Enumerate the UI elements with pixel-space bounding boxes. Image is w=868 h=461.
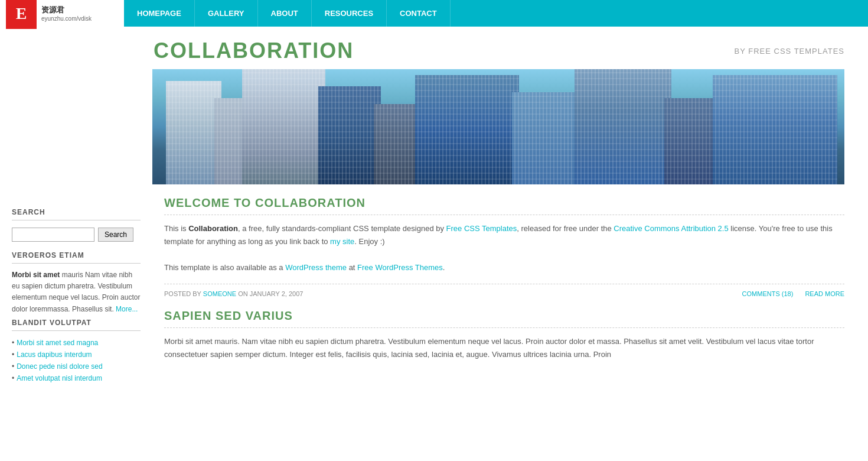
search-section-title: SEARCH — [12, 208, 141, 220]
mysite-link[interactable]: my site — [330, 237, 354, 246]
widget2-link-2[interactable]: Donec pede nisl dolore sed — [17, 362, 102, 371]
post2-paragraph1: Morbi sit amet mauris. Nam vitae nibh eu… — [164, 335, 844, 361]
navbar: E 资源君 eyunzhu.com/vdisk HOMEPAGE GALLERY… — [0, 0, 868, 27]
post1-paragraph2: This template is also available as a Wor… — [164, 261, 844, 274]
post1-footer: POSTED BY SOMEONE ON JANUARY 2, 2007 COM… — [164, 284, 844, 297]
list-item: Lacus dapibus interdum — [12, 349, 141, 361]
widget2-link-0[interactable]: Morbi sit amet sed magna — [17, 339, 98, 347]
free-wp-link[interactable]: Free WordPress Themes — [357, 263, 443, 272]
post-1: WELCOME TO COLLABORATION This is Collabo… — [164, 196, 844, 297]
nav-item-resources[interactable]: RESOURCES — [312, 0, 387, 27]
post1-comments-link[interactable]: COMMENTS (18) — [742, 290, 794, 297]
list-item: Morbi sit amet sed magna — [12, 337, 141, 349]
list-item: Amet volutpat nisl interdum — [12, 372, 141, 384]
main-content: WELCOME TO COLLABORATION This is Collabo… — [152, 196, 844, 384]
search-input[interactable] — [12, 228, 94, 242]
widget1-title: VEROEROS ETIAM — [12, 251, 141, 264]
logo-icon: E — [6, 0, 37, 29]
logo-text: 资源君 eyunzhu.com/vdisk — [41, 5, 92, 22]
post1-body: This is Collaboration, a free, fully sta… — [164, 222, 844, 274]
post2-title: SAPIEN SED VARIUS — [164, 309, 844, 328]
widget1-bold: Morbi sit amet — [12, 271, 60, 279]
nav-item-contact[interactable]: CONTACT — [387, 0, 451, 27]
widget1-text: Morbi sit amet mauris Nam vitae nibh eu … — [12, 270, 141, 315]
free-css-link[interactable]: Free CSS Templates — [446, 224, 517, 233]
nav-links: HOMEPAGE GALLERY ABOUT RESOURCES CONTACT — [124, 0, 451, 27]
list-item: Donec pede nisl dolore sed — [12, 361, 141, 372]
cc-link[interactable]: Creative Commons Attribution 2.5 — [614, 224, 728, 233]
by-line: BY FREE CSS TEMPLATES — [735, 47, 844, 56]
search-form: Search — [12, 228, 141, 242]
search-button[interactable]: Search — [98, 228, 133, 242]
nav-item-homepage[interactable]: HOMEPAGE — [124, 0, 195, 27]
post2-body: Morbi sit amet mauris. Nam vitae nibh eu… — [164, 335, 844, 361]
sidebar: SEARCH Search VEROEROS ETIAM Morbi sit a… — [0, 196, 152, 384]
post1-read-more-link[interactable]: READ MORE — [805, 290, 844, 297]
site-title: COLLABORATION — [154, 38, 354, 63]
widget2-title: BLANDIT VOLUTPAT — [12, 319, 141, 331]
widget2-link-3[interactable]: Amet volutpat nisl interdum — [17, 374, 102, 382]
header: COLLABORATION BY FREE CSS TEMPLATES — [0, 27, 868, 69]
post-2: SAPIEN SED VARIUS Morbi sit amet mauris.… — [164, 309, 844, 361]
post1-author[interactable]: SOMEONE — [203, 290, 236, 297]
nav-item-gallery[interactable]: GALLERY — [195, 0, 258, 27]
widget2-link-1[interactable]: Lacus dapibus interdum — [17, 350, 92, 359]
post1-paragraph1: This is Collaboration, a free, fully sta… — [164, 222, 844, 248]
logo-area: E 资源君 eyunzhu.com/vdisk — [0, 0, 124, 27]
content-area: SEARCH Search VEROEROS ETIAM Morbi sit a… — [0, 184, 868, 396]
nav-item-about[interactable]: ABOUT — [258, 0, 312, 27]
widget2-list: Morbi sit amet sed magna Lacus dapibus i… — [12, 337, 141, 384]
post1-title: WELCOME TO COLLABORATION — [164, 196, 844, 215]
wp-theme-link[interactable]: WordPress theme — [285, 263, 347, 272]
post1-meta: POSTED BY SOMEONE ON JANUARY 2, 2007 — [164, 290, 303, 297]
post1-footer-right: COMMENTS (18) READ MORE — [742, 290, 844, 297]
hero-image — [152, 69, 844, 184]
widget1-more-link[interactable]: More... — [116, 305, 138, 313]
